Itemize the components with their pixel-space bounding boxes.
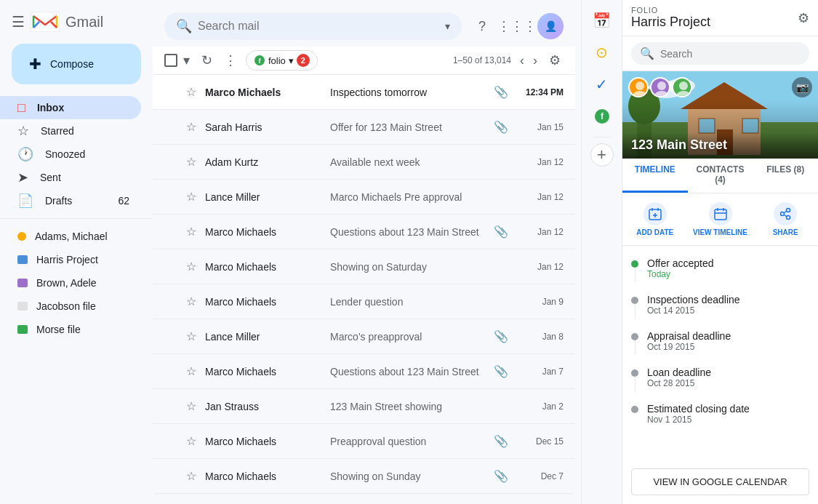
email-star-icon[interactable]: ☆ [186, 155, 196, 169]
user-avatar[interactable]: 👤 [537, 13, 564, 39]
email-star-icon[interactable]: ☆ [186, 329, 196, 343]
email-sender: Adam Kurtz [205, 156, 321, 168]
more-options-icon[interactable]: ⋮ [221, 49, 240, 71]
refresh-icon[interactable]: ↻ [199, 49, 215, 71]
email-row[interactable]: ☆ Marco Michaels Questions about 123 Mai… [153, 354, 575, 389]
email-date: Jan 12 [520, 157, 564, 167]
right-search-box[interactable]: 🔍 [631, 42, 809, 65]
timeline-event-title: Loan deadline [647, 367, 809, 378]
email-star-icon[interactable]: ☆ [186, 85, 196, 99]
email-row[interactable]: ☆ Marco Michaels Lender question Jan 9 [153, 284, 575, 319]
sidebar-item-drafts[interactable]: 📄 Drafts 62 [0, 189, 141, 212]
folio-tag[interactable]: f folio ▾ 2 [246, 50, 318, 71]
contact-avatar-3 [672, 77, 692, 97]
search-input[interactable] [198, 20, 439, 33]
email-star-icon[interactable]: ☆ [186, 469, 196, 483]
sidebar-item-jacobson-file[interactable]: Jacobson file [0, 295, 141, 318]
folio-strip-icon[interactable]: f [588, 102, 617, 131]
svg-point-23 [657, 81, 666, 90]
svg-rect-32 [715, 209, 726, 220]
email-star-icon[interactable]: ☆ [186, 295, 196, 308]
email-row[interactable]: ☆ Carmen Beltran Thank You Dec 5 [153, 494, 575, 498]
next-page-icon[interactable]: › [530, 50, 540, 71]
hamburger-icon[interactable]: ☰ [12, 13, 25, 31]
email-row[interactable]: ☆ Adam Kurtz Available next week Jan 12 [153, 145, 575, 180]
add-app-button[interactable]: + [590, 143, 614, 167]
sidebar-item-snoozed[interactable]: 🕐 Snoozed [0, 143, 141, 166]
email-row[interactable]: ☆ Marco Michaels Questions about 123 Mai… [153, 215, 575, 249]
email-star-icon[interactable]: ☆ [186, 120, 196, 134]
email-star-icon[interactable]: ☆ [186, 260, 196, 273]
email-subject: Preapproval question [330, 436, 485, 447]
calendar-strip-icon[interactable]: 📅 [588, 6, 617, 35]
grid-button[interactable]: ⋮⋮⋮ [502, 12, 532, 41]
compose-button[interactable]: ✚ Compose [12, 44, 141, 84]
label-color-folder [17, 325, 28, 334]
tab-files[interactable]: FILES (8) [753, 159, 818, 193]
add-date-icon [643, 202, 667, 225]
email-sender: Lance Miller [205, 191, 321, 203]
help-button[interactable]: ? [468, 12, 497, 41]
settings-icon[interactable]: ⚙ [546, 49, 564, 71]
tasks-strip-icon[interactable]: ✓ [588, 70, 617, 99]
sidebar-item-brown-adele[interactable]: Brown, Adele [0, 271, 141, 295]
email-date: Jan 12 [520, 262, 564, 272]
label-text: Harris Project [36, 254, 98, 265]
email-row[interactable]: ☆ Sarah Harris Offer for 123 Main Street… [153, 110, 575, 145]
timeline-item: Estimated closing date Nov 1 2015 [622, 397, 818, 431]
email-star-icon[interactable]: ☆ [186, 399, 196, 413]
attachment-icon: 📎 [494, 120, 508, 134]
drafts-icon: 📄 [17, 193, 33, 209]
share-action[interactable]: SHARE [753, 199, 818, 239]
email-star-icon[interactable]: ☆ [186, 434, 196, 448]
search-dropdown-icon[interactable]: ▾ [445, 20, 450, 32]
email-row[interactable]: ☆ Jan Strauss 123 Main Street showing Ja… [153, 389, 575, 424]
email-main: 🔍 ▾ ? ⋮⋮⋮ 👤 ▾ ↻ ⋮ f folio ▾ 2 [153, 6, 575, 498]
sidebar-item-sent[interactable]: ➤ Sent [0, 166, 141, 189]
add-date-action[interactable]: ADD DATE [622, 199, 688, 239]
panel-settings-icon[interactable]: ⚙ [798, 10, 809, 26]
camera-icon[interactable]: 📷 [792, 77, 812, 97]
timeline-item: Loan deadline Oct 28 2015 [622, 361, 818, 397]
email-date: Jan 2 [520, 401, 564, 412]
timeline-dot [631, 369, 638, 377]
contacts-strip-icon[interactable]: ⊙ [588, 38, 617, 67]
select-all-checkbox[interactable] [164, 54, 177, 67]
email-star-icon[interactable]: ☆ [186, 225, 196, 239]
email-sender: Marco Michaels [205, 261, 321, 273]
email-sender: Marco Michaels [205, 296, 321, 308]
timeline-content: Loan deadline Oct 28 2015 [647, 367, 809, 388]
email-subject: Questions about 123 Main Street [330, 226, 485, 238]
property-address-overlay: 123 Main Street [622, 100, 818, 159]
sidebar-item-morse-file[interactable]: Morse file [0, 318, 141, 341]
email-row[interactable]: ☆ Marco Michaels Inspections tomorrow 📎 … [153, 75, 575, 110]
email-row[interactable]: ☆ Marco Michaels Showing on Saturday Jan… [153, 249, 575, 284]
email-star-icon[interactable]: ☆ [186, 190, 196, 204]
view-timeline-action[interactable]: VIEW TIMELINE [688, 199, 753, 239]
right-search-input[interactable] [660, 48, 801, 60]
search-wrapper[interactable]: 🔍 ▾ [164, 12, 462, 40]
label-color-folder [17, 279, 28, 287]
tab-contacts[interactable]: CONTACTS (4) [688, 159, 753, 193]
tab-timeline[interactable]: TIMELINE [622, 159, 688, 193]
timeline-event-title: Offer accepted [647, 257, 809, 269]
svg-point-24 [654, 91, 669, 97]
timeline-dot-area [631, 330, 638, 355]
select-dropdown-icon[interactable]: ▾ [180, 49, 193, 71]
email-row[interactable]: ☆ Lance Miller Marco's preapproval 📎 Jan… [153, 319, 575, 354]
sidebar-item-harris-project[interactable]: Harris Project [0, 248, 141, 271]
select-checkbox-area[interactable]: ▾ [164, 49, 193, 71]
sidebar-item-inbox[interactable]: □ Inbox [0, 96, 141, 119]
email-row[interactable]: ☆ Marco Michaels Preapproval question 📎 … [153, 424, 575, 459]
email-subject: Showing on Saturday [330, 261, 511, 273]
email-star-icon[interactable]: ☆ [186, 364, 196, 378]
prev-page-icon[interactable]: ‹ [517, 50, 527, 71]
sidebar: ☰ Gmail ✚ Compose □ Inbox ☆ Starred 🕐 Sn… [0, 0, 153, 504]
sidebar-item-starred[interactable]: ☆ Starred [0, 119, 141, 143]
folio-dropdown-icon: ▾ [289, 55, 294, 66]
email-row[interactable]: ☆ Lance Miller Marco Michaels Pre approv… [153, 180, 575, 215]
email-row[interactable]: ☆ Marco Michaels Showing on Sunday 📎 Dec… [153, 459, 575, 494]
sidebar-item-adams-michael[interactable]: Adams, Michael [0, 225, 141, 248]
view-in-calendar-button[interactable]: VIEW IN GOOGLE CALENDAR [631, 468, 809, 495]
email-date: Jan 7 [520, 367, 564, 377]
